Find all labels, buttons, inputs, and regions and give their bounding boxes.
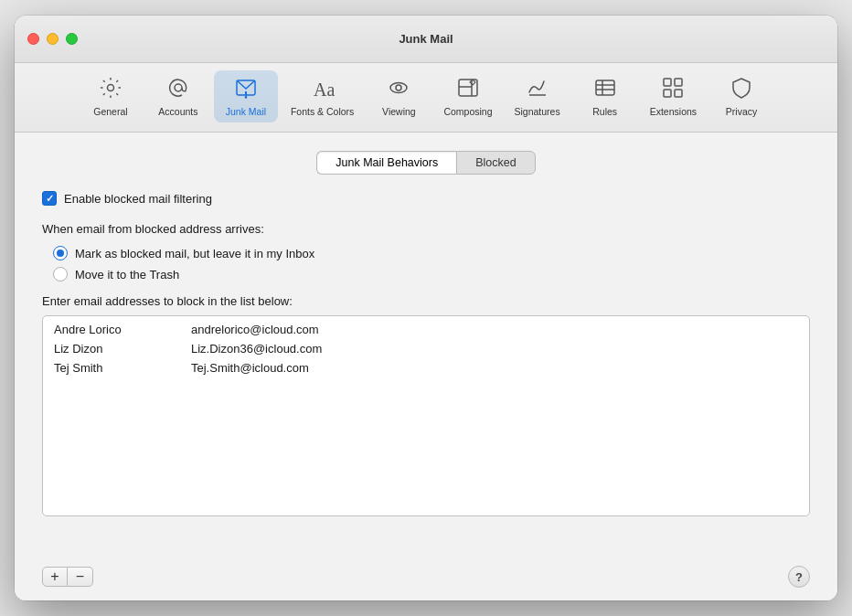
email-address-1: Liz.Dizon36@icloud.com [191, 342, 322, 356]
email-address-0: andrelorico@icloud.com [191, 323, 319, 336]
toolbar-item-accounts[interactable]: Accounts [146, 70, 210, 122]
viewing-icon [387, 76, 410, 103]
window-title: Junk Mail [399, 32, 453, 46]
maximize-button[interactable] [66, 33, 78, 45]
signatures-icon [526, 76, 549, 103]
toolbar-item-junk-mail[interactable]: Junk Mail [214, 70, 278, 122]
toolbar-item-rules[interactable]: Rules [573, 70, 637, 122]
junk-mail-icon [234, 76, 258, 103]
toolbar-item-privacy[interactable]: Privacy [709, 70, 773, 122]
add-entry-button[interactable]: + [42, 567, 68, 587]
email-name-0: Andre Lorico [54, 323, 164, 336]
svg-point-1 [175, 84, 182, 91]
toolbar-item-signatures[interactable]: Signatures [506, 70, 570, 122]
when-email-text: When email from blocked address arrives: [42, 220, 810, 237]
svg-rect-16 [664, 90, 671, 97]
gear-icon [99, 76, 122, 103]
table-row[interactable]: Liz Dizon Liz.Dizon36@icloud.com [43, 339, 809, 358]
table-row[interactable]: Andre Lorico andrelorico@icloud.com [43, 320, 809, 339]
toolbar-label-accounts: Accounts [158, 106, 197, 117]
traffic-lights [27, 33, 78, 45]
email-list-section: Enter email addresses to block in the li… [42, 294, 810, 516]
list-controls: + − [42, 567, 93, 587]
font-icon: Aa [311, 76, 335, 103]
toolbar-label-fonts-colors: Fonts & Colors [291, 106, 354, 117]
svg-rect-17 [675, 90, 682, 97]
toolbar-label-composing: Composing [443, 106, 492, 117]
minimize-button[interactable] [47, 33, 59, 45]
radio-option1[interactable] [53, 246, 68, 260]
composing-icon [456, 76, 480, 103]
remove-entry-button[interactable]: − [68, 567, 93, 587]
svg-rect-15 [675, 79, 682, 86]
close-button[interactable] [27, 33, 39, 45]
radio-group: Mark as blocked mail, but leave it in my… [42, 246, 810, 281]
tab-junk-mail-behaviors[interactable]: Junk Mail Behaviors [316, 151, 456, 175]
toolbar-label-extensions: Extensions [650, 106, 697, 117]
table-row[interactable]: Tej Smith Tej.Smith@icloud.com [43, 358, 809, 377]
tab-bar: Junk Mail Behaviors Blocked [42, 151, 810, 175]
radio-option2[interactable] [53, 267, 68, 281]
toolbar-label-signatures: Signatures [515, 106, 560, 117]
content-area: Junk Mail Behaviors Blocked ✓ Enable blo… [15, 133, 837, 557]
email-name-2: Tej Smith [54, 361, 164, 375]
email-list[interactable]: Andre Lorico andrelorico@icloud.com Liz … [42, 315, 810, 516]
toolbar-item-viewing[interactable]: Viewing [367, 70, 431, 122]
svg-rect-14 [664, 79, 671, 86]
enable-filtering-checkbox[interactable]: ✓ [42, 191, 57, 206]
toolbar-item-general[interactable]: General [79, 70, 143, 122]
svg-text:Aa: Aa [314, 80, 335, 100]
enable-filtering-row: ✓ Enable blocked mail filtering [42, 191, 810, 206]
at-icon [166, 76, 190, 103]
svg-point-7 [396, 85, 401, 90]
svg-point-6 [390, 83, 407, 93]
privacy-icon [730, 76, 753, 103]
tab-blocked[interactable]: Blocked [456, 151, 535, 175]
email-name-1: Liz Dizon [54, 342, 164, 356]
toolbar-label-viewing: Viewing [382, 106, 416, 117]
radio-option1-row[interactable]: Mark as blocked mail, but leave it in my… [53, 246, 810, 260]
toolbar-label-rules: Rules [592, 106, 617, 117]
toolbar-label-privacy: Privacy [726, 106, 757, 117]
extensions-icon [661, 76, 685, 103]
toolbar-item-extensions[interactable]: Extensions [641, 70, 706, 122]
toolbar-item-fonts-colors[interactable]: Aa Fonts & Colors [282, 70, 363, 122]
enable-filtering-label: Enable blocked mail filtering [64, 192, 212, 206]
bottom-bar: + − ? [15, 557, 837, 600]
email-list-label: Enter email addresses to block in the li… [42, 294, 810, 308]
radio-option2-label: Move it to the Trash [75, 268, 179, 281]
rules-icon [593, 76, 617, 103]
radio-option1-fill [57, 250, 64, 257]
help-button[interactable]: ? [788, 566, 810, 588]
title-bar: Junk Mail [15, 16, 837, 63]
checkmark-icon: ✓ [46, 194, 54, 204]
toolbar-label-general: General [93, 106, 127, 117]
mail-preferences-window: Junk Mail General Accounts [15, 16, 837, 600]
email-address-2: Tej.Smith@icloud.com [191, 361, 309, 375]
toolbar: General Accounts Junk Mail [15, 63, 837, 133]
radio-option1-label: Mark as blocked mail, but leave it in my… [75, 247, 314, 260]
settings-section: ✓ Enable blocked mail filtering When ema… [42, 191, 810, 516]
toolbar-label-junk-mail: Junk Mail [226, 106, 266, 117]
svg-rect-10 [596, 80, 614, 95]
toolbar-item-composing[interactable]: Composing [434, 70, 501, 122]
radio-option2-row[interactable]: Move it to the Trash [53, 267, 810, 281]
svg-point-0 [107, 85, 113, 91]
